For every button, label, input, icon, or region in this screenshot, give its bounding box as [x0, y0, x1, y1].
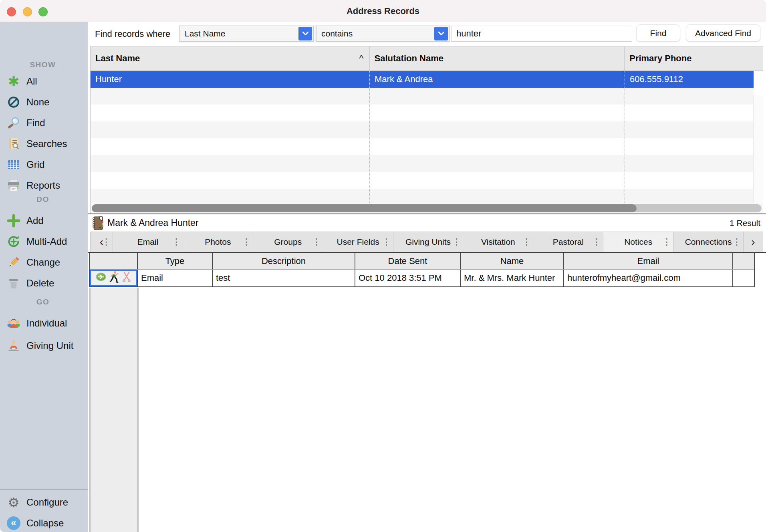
column-divider [625, 88, 625, 203]
actions-column-strip [89, 288, 139, 532]
column-header-last-name[interactable]: Last Name ^ [91, 46, 369, 71]
cell-type: Email [138, 270, 213, 286]
go-arrow-icon[interactable] [96, 272, 106, 284]
tab-connections[interactable]: Connections⋮ [673, 232, 743, 252]
tab-separator: ⋮ [382, 237, 391, 247]
trash-icon [6, 276, 21, 290]
column-header-type[interactable]: Type [138, 253, 213, 269]
cell-email: hunterofmyheart@gmail.com [564, 270, 733, 286]
tab-photos[interactable]: Photos⋮ [183, 232, 253, 252]
find-records-where-label: Find records where [95, 22, 170, 46]
find-button[interactable]: Find [636, 24, 680, 42]
advanced-find-button[interactable]: Advanced Find [686, 24, 760, 42]
table-row-selected[interactable]: Hunter Mark & Andrea 606.555.9112 [91, 71, 754, 88]
people-icon [6, 316, 21, 330]
tab-visitation[interactable]: Visitation⋮ [463, 232, 533, 252]
column-header-name[interactable]: Name [461, 253, 564, 269]
result-count: 1 Result [730, 214, 760, 232]
find-toolbar: Find records where Last Name contains Fi… [88, 22, 766, 46]
tabs-scroll-right-button[interactable]: › [743, 232, 763, 252]
tab-separator: ⋮ [522, 237, 531, 247]
sidebar: SHOW ✱ All None Find Searches [0, 22, 88, 532]
chevron-down-icon[interactable] [434, 27, 448, 40]
field-select-value: Last Name [180, 29, 298, 38]
title-bar: Address Records [0, 0, 766, 22]
sidebar-item-collapse[interactable]: « Collapse [0, 513, 88, 532]
sidebar-divider [0, 490, 88, 490]
sidebar-item-find[interactable]: Find [0, 113, 88, 133]
detail-table: Type Description Date Sent Name Email Em… [89, 253, 755, 287]
column-header-actions [90, 253, 138, 269]
address-book-icon [91, 216, 104, 232]
sidebar-item-delete[interactable]: Delete [0, 273, 88, 294]
field-select[interactable]: Last Name [179, 26, 314, 42]
sidebar-section-do: DO [0, 195, 86, 204]
sidebar-item-add[interactable]: Add [0, 210, 88, 231]
sidebar-section-show: SHOW [0, 60, 86, 69]
sidebar-item-label: Change [26, 257, 60, 268]
cell-date-sent: Oct 10 2018 3:51 PM [355, 270, 461, 286]
tab-separator: ⋮ [662, 237, 671, 247]
tab-separator: ⋮ [172, 237, 181, 247]
sidebar-item-configure[interactable]: ⚙ Configure [0, 492, 88, 513]
detail-table-row[interactable]: Email test Oct 10 2018 3:51 PM Mr. & Mrs… [90, 270, 754, 287]
gear-icon: ⚙ [6, 495, 21, 510]
scrollbar-thumb[interactable] [92, 204, 637, 212]
tab-giving-units[interactable]: Giving Units⋮ [393, 232, 463, 252]
sidebar-item-searches[interactable]: Searches [0, 133, 88, 154]
column-header-primary-phone[interactable]: Primary Phone [624, 46, 753, 71]
tab-user-fields[interactable]: User Fields⋮ [323, 232, 393, 252]
empty-row [91, 155, 754, 172]
sidebar-item-none[interactable]: None [0, 92, 88, 113]
tab-separator: ⋮ [592, 237, 601, 247]
sidebar-item-all[interactable]: ✱ All [0, 71, 88, 92]
column-header-spacer [733, 253, 754, 269]
cell-spacer [733, 270, 754, 286]
column-header-description[interactable]: Description [213, 253, 355, 269]
empty-row [91, 172, 754, 189]
tab-separator: ⋮ [102, 237, 111, 247]
detail-table-header: Type Description Date Sent Name Email [90, 253, 754, 270]
sidebar-item-label: Configure [26, 497, 68, 508]
sidebar-item-giving-unit[interactable]: Giving Unit [0, 335, 88, 356]
sidebar-item-label: Reports [26, 180, 60, 191]
tabs-scroll-left-button[interactable]: ‹ ⋮ [90, 232, 113, 252]
sidebar-item-change[interactable]: Change [0, 252, 88, 273]
tab-groups[interactable]: Groups⋮ [253, 232, 323, 252]
sidebar-item-multi-add[interactable]: Multi-Add [0, 231, 88, 252]
magnifier-icon [6, 116, 21, 130]
scroll-search-icon [6, 137, 21, 151]
tab-email[interactable]: Email⋮ [113, 232, 183, 252]
operator-select[interactable]: contains [316, 26, 450, 42]
sidebar-item-individual[interactable]: Individual [0, 313, 88, 334]
sidebar-item-label: Individual [26, 318, 67, 329]
tab-notices[interactable]: Notices⋮ [603, 232, 673, 252]
tab-pastoral[interactable]: Pastoral⋮ [533, 232, 603, 252]
scrollbar-track[interactable] [92, 204, 762, 212]
printer-icon [6, 178, 21, 193]
tab-separator: ⋮ [452, 237, 461, 247]
sidebar-section-go: GO [0, 298, 86, 306]
app-window: Address Records SHOW ✱ All None Find Sea… [0, 0, 766, 532]
sidebar-item-label: Searches [26, 138, 67, 149]
column-header-email[interactable]: Email [564, 253, 733, 269]
scissors-icon[interactable] [122, 272, 131, 284]
empty-row [91, 138, 754, 155]
sidebar-item-reports[interactable]: Reports [0, 175, 88, 196]
cell-name: Mr. & Mrs. Mark Hunter [461, 270, 564, 286]
sidebar-item-label: All [26, 76, 37, 87]
sidebar-item-grid[interactable]: Grid [0, 154, 88, 175]
record-name: Mark & Andrea Hunter [107, 214, 199, 232]
row-actions-cell-selected[interactable] [90, 270, 138, 286]
empty-row [91, 105, 754, 121]
results-table: Last Name ^ Salutation Name Primary Phon… [90, 46, 763, 214]
empty-row [91, 88, 754, 105]
horizontal-scrollbar [91, 203, 763, 214]
runner-icon[interactable] [109, 271, 119, 285]
grid-icon [6, 157, 21, 172]
column-header-salutation-name[interactable]: Salutation Name [369, 46, 625, 71]
column-header-date-sent[interactable]: Date Sent [355, 253, 461, 269]
chevron-down-icon[interactable] [298, 27, 312, 40]
search-input[interactable] [451, 26, 632, 42]
window-title: Address Records [0, 0, 766, 22]
